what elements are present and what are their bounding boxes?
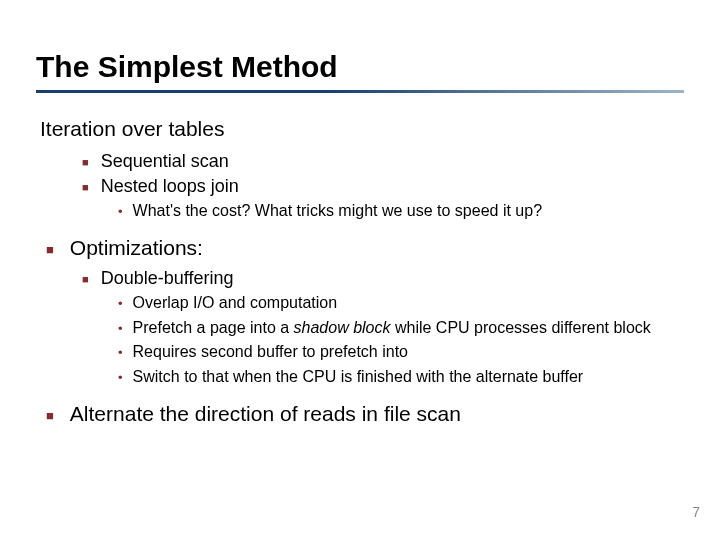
text-pre: Prefetch a page into a	[133, 319, 294, 336]
list-item: • Overlap I/O and computation	[118, 293, 684, 314]
slide-title: The Simplest Method	[36, 50, 684, 84]
dot-bullet-icon: •	[118, 296, 123, 313]
list-item: • Prefetch a page into a shadow block wh…	[118, 318, 684, 339]
section-iteration: Iteration over tables	[40, 117, 684, 141]
bullet-text: Nested loops join	[101, 176, 239, 197]
bullets-optimizations: ■ Double-buffering	[82, 268, 684, 289]
section-text: Optimizations:	[70, 236, 203, 260]
list-item: ■ Double-buffering	[82, 268, 684, 289]
bullet-text: Prefetch a page into a shadow block whil…	[133, 318, 651, 339]
dot-bullet-icon: •	[118, 370, 123, 387]
dot-bullet-icon: •	[118, 321, 123, 338]
square-bullet-icon: ■	[82, 273, 89, 285]
section-alternate: ■ Alternate the direction of reads in fi…	[46, 402, 684, 426]
bullet-text: Overlap I/O and computation	[133, 293, 338, 314]
bullet-text: Switch to that when the CPU is finished …	[133, 367, 584, 388]
page-number: 7	[692, 504, 700, 520]
section-text: Alternate the direction of reads in file…	[70, 402, 461, 426]
list-item: ■ Nested loops join	[82, 176, 684, 197]
bullet-text: Sequential scan	[101, 151, 229, 172]
bullets-iteration: ■ Sequential scan ■ Nested loops join	[82, 151, 684, 197]
sub-bullets-iteration: • What's the cost? What tricks might we …	[118, 201, 684, 222]
square-bullet-icon: ■	[46, 408, 54, 423]
title-rule	[36, 90, 684, 93]
sub-bullets-optimizations: • Overlap I/O and computation • Prefetch…	[118, 293, 684, 388]
bullet-text: What's the cost? What tricks might we us…	[133, 201, 542, 222]
square-bullet-icon: ■	[82, 181, 89, 193]
list-item: • Requires second buffer to prefetch int…	[118, 342, 684, 363]
text-post: while CPU processes different block	[391, 319, 651, 336]
list-item: • Switch to that when the CPU is finishe…	[118, 367, 684, 388]
list-item: • What's the cost? What tricks might we …	[118, 201, 684, 222]
dot-bullet-icon: •	[118, 345, 123, 362]
bullet-text: Double-buffering	[101, 268, 234, 289]
text-em: shadow block	[294, 319, 391, 336]
list-item: ■ Sequential scan	[82, 151, 684, 172]
bullet-text: Requires second buffer to prefetch into	[133, 342, 408, 363]
square-bullet-icon: ■	[82, 156, 89, 168]
section-optimizations: ■ Optimizations:	[46, 236, 684, 260]
slide: The Simplest Method Iteration over table…	[0, 0, 720, 540]
square-bullet-icon: ■	[46, 242, 54, 257]
dot-bullet-icon: •	[118, 204, 123, 221]
